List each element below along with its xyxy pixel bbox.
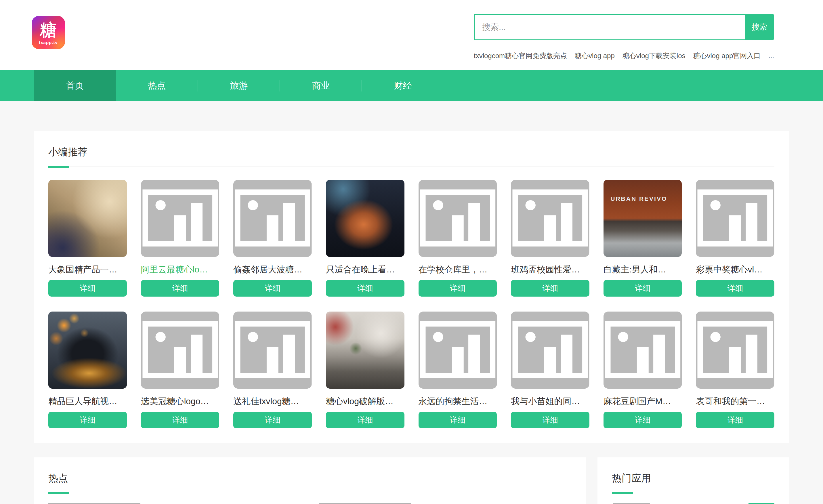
recommend-card: 在学校仓库里，… 详细 [419, 180, 497, 297]
card-title[interactable]: 糖心vlog破解版… [326, 395, 404, 407]
card-detail-button[interactable]: 详细 [419, 280, 497, 297]
header: 糖 txapp.tv 搜索 txvlogcom糖心官网免费版亮点糖心vlog a… [0, 0, 823, 70]
image-placeholder-icon [696, 312, 774, 389]
card-title[interactable]: 偷姦邻居大波糖… [233, 264, 312, 275]
recommend-card: 送礼佳txvlog糖… 详细 [233, 312, 312, 428]
card-detail-button[interactable]: 详细 [511, 412, 590, 428]
search-suggestions: txvlogcom糖心官网免费版亮点糖心vlog app糖心vlog下载安装io… [474, 51, 774, 60]
nav-tab-热点[interactable]: 热点 [116, 70, 198, 101]
section-title-hot-apps: 热门应用 [612, 472, 774, 484]
nav-tab-首页[interactable]: 首页 [34, 70, 116, 101]
card-detail-button[interactable]: 详细 [48, 280, 127, 297]
search-suggestion-link[interactable]: 糖心vlog app [575, 51, 615, 60]
image-placeholder-icon [696, 180, 774, 257]
card-detail-button[interactable]: 详细 [511, 280, 590, 297]
card-detail-button[interactable]: 详细 [604, 280, 682, 297]
image-placeholder-icon [419, 180, 497, 257]
image-placeholder-icon [604, 312, 682, 389]
card-thumbnail[interactable] [326, 180, 404, 257]
recommend-card: 阿里云最糖心lo… 详细 [141, 180, 219, 297]
card-title[interactable]: 只适合在晚上看… [326, 264, 404, 275]
card-title[interactable]: 永远的拘禁生活… [419, 395, 497, 407]
card-detail-button[interactable]: 详细 [233, 280, 312, 297]
nav-tab-旅游[interactable]: 旅游 [198, 70, 280, 101]
site-logo[interactable]: 糖 txapp.tv [32, 16, 65, 49]
search-suggestion-link[interactable]: txvlogcom糖心官网免费版亮点 [474, 51, 567, 60]
storefront-sign-text: URBAN REVIVO [611, 195, 667, 202]
nav-tab-财经[interactable]: 财经 [362, 70, 444, 101]
recommend-card: URBAN REVIVO 白藏主:男人和… 详细 [604, 180, 682, 297]
app-download-button-stub[interactable] [749, 503, 774, 504]
card-thumbnail[interactable] [419, 312, 497, 389]
card-title[interactable]: 选美冠糖心logo… [141, 395, 219, 407]
card-thumbnail[interactable]: URBAN REVIVO [604, 180, 682, 257]
main-navigation: 首页热点旅游商业财经 [0, 70, 823, 101]
recommend-card: 彩票中奖糖心vl… 详细 [696, 180, 774, 297]
card-detail-button[interactable]: 详细 [419, 412, 497, 428]
card-detail-button[interactable]: 详细 [48, 412, 127, 428]
search-suggestion-link[interactable]: 糖心vlog app官网入口 [693, 51, 761, 60]
card-detail-button[interactable]: 详细 [604, 412, 682, 428]
card-detail-button[interactable]: 详细 [326, 280, 404, 297]
image-placeholder-icon [511, 180, 590, 257]
card-detail-button[interactable]: 详细 [141, 280, 219, 297]
search-suggestion-link[interactable]: ... [768, 51, 774, 60]
recommend-card: 我与小苗姐的同… 详细 [511, 312, 590, 428]
card-title[interactable]: 麻花豆剧国产M… [604, 395, 682, 407]
recommend-card: 表哥和我的第一… 详细 [696, 312, 774, 428]
search-area: 搜索 txvlogcom糖心官网免费版亮点糖心vlog app糖心vlog下载安… [474, 14, 774, 60]
section-underline [48, 492, 571, 494]
search-suggestion-link[interactable]: 糖心vlog下载安装ios [623, 51, 685, 60]
recommend-card: 麻花豆剧国产M… 详细 [604, 312, 682, 428]
recommend-card: 糖心vlog破解版… 详细 [326, 312, 404, 428]
search-box: 搜索 [474, 14, 774, 40]
card-thumbnail[interactable] [511, 180, 590, 257]
card-detail-button[interactable]: 详细 [696, 280, 774, 297]
recommend-card-grid: 大象国精产品一… 详细 阿里云最糖心lo… 详细 偷姦邻居大波糖… 详细 只适合… [48, 180, 774, 428]
card-title[interactable]: 彩票中奖糖心vl… [696, 264, 774, 275]
section-title-recommend: 小编推荐 [48, 146, 774, 158]
search-button[interactable]: 搜索 [745, 14, 774, 40]
image-placeholder-icon [141, 312, 219, 389]
card-title[interactable]: 白藏主:男人和… [604, 264, 682, 275]
card-thumbnail[interactable] [511, 312, 590, 389]
card-title[interactable]: 在学校仓库里，… [419, 264, 497, 275]
card-title[interactable]: 班鸡盃校园性爱… [511, 264, 590, 275]
card-title[interactable]: 我与小苗姐的同… [511, 395, 590, 407]
card-thumbnail[interactable] [696, 312, 774, 389]
card-thumbnail[interactable] [141, 312, 219, 389]
page: 糖 txapp.tv 搜索 txvlogcom糖心官网免费版亮点糖心vlog a… [0, 0, 823, 504]
recommend-card: 大象国精产品一… 详细 [48, 180, 127, 297]
search-input[interactable] [474, 14, 745, 40]
card-detail-button[interactable]: 详细 [233, 412, 312, 428]
card-title[interactable]: 送礼佳txvlog糖… [233, 395, 312, 407]
recommend-card: 只适合在晚上看… 详细 [326, 180, 404, 297]
nav-tab-商业[interactable]: 商业 [280, 70, 362, 101]
app-name-stub [613, 503, 650, 504]
card-thumbnail[interactable] [233, 312, 312, 389]
card-detail-button[interactable]: 详细 [696, 412, 774, 428]
section-underline [612, 492, 774, 494]
card-title[interactable]: 精品巨人导航视… [48, 395, 127, 407]
recommend-panel: 小编推荐 大象国精产品一… 详细 阿里云最糖心lo… 详细 偷姦邻居大波糖… 详… [34, 131, 789, 443]
section-underline [48, 166, 774, 168]
card-thumbnail[interactable] [604, 312, 682, 389]
card-thumbnail[interactable] [326, 312, 404, 389]
hot-apps-panel: 热门应用 [598, 457, 789, 504]
hot-item-thumbnail-stub [48, 503, 140, 504]
card-title[interactable]: 大象国精产品一… [48, 264, 127, 275]
card-thumbnail[interactable] [48, 180, 127, 257]
image-placeholder-icon [511, 312, 590, 389]
card-thumbnail[interactable] [233, 180, 312, 257]
card-title[interactable]: 表哥和我的第一… [696, 395, 774, 407]
card-thumbnail[interactable] [48, 312, 127, 389]
hot-item-thumbnail-stub [319, 503, 412, 504]
card-thumbnail[interactable] [141, 180, 219, 257]
card-thumbnail[interactable] [696, 180, 774, 257]
card-thumbnail[interactable] [419, 180, 497, 257]
section-title-hot: 热点 [48, 472, 571, 484]
card-detail-button[interactable]: 详细 [141, 412, 219, 428]
recommend-card: 精品巨人导航视… 详细 [48, 312, 127, 428]
card-detail-button[interactable]: 详细 [326, 412, 404, 428]
card-title[interactable]: 阿里云最糖心lo… [141, 264, 219, 275]
